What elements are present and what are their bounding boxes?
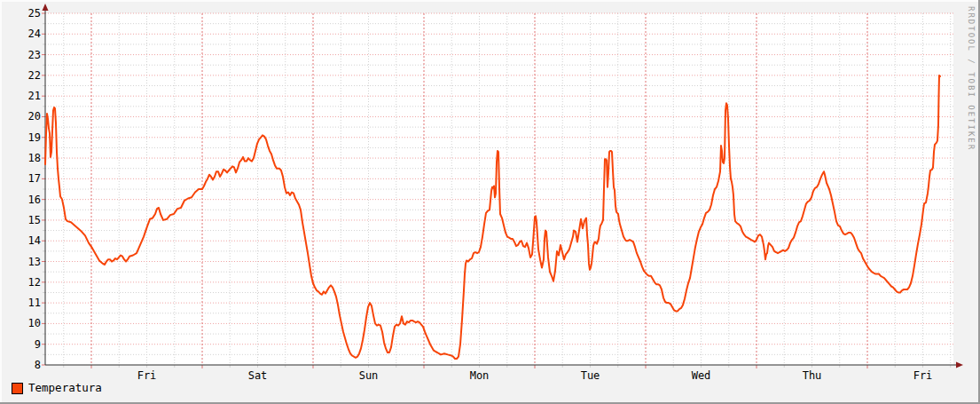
y-axis-label: 12 — [28, 276, 41, 289]
y-axis-label: 21 — [28, 90, 41, 102]
x-axis-label: Thu — [803, 369, 822, 382]
rrdtool-watermark: RRDTOOL / TOBI OETIKER — [967, 6, 976, 151]
y-axis-label: 9 — [35, 338, 41, 351]
x-axis-arrow — [956, 362, 963, 368]
y-axis-arrow — [43, 4, 49, 11]
y-axis-label: 8 — [35, 359, 41, 371]
y-axis-label: 15 — [28, 214, 41, 226]
y-axis-label: 19 — [28, 131, 41, 144]
y-axis-label: 20 — [28, 110, 41, 123]
x-axis-label: Sun — [359, 369, 379, 382]
x-axis-label: Wed — [692, 369, 711, 382]
y-axis-label: 13 — [28, 256, 41, 268]
y-axis-label: 14 — [28, 234, 41, 247]
y-axis-label: 25 — [28, 7, 41, 20]
chart-canvas: 8910111213141516171819202122232425FriSat… — [0, 0, 980, 404]
x-axis-label: Sat — [248, 369, 268, 382]
rrd-graph: 8910111213141516171819202122232425FriSat… — [0, 0, 980, 404]
x-axis-label: Fri — [137, 369, 157, 382]
legend-label: Temperatura — [28, 382, 102, 394]
x-axis-label: Tue — [581, 369, 600, 382]
y-axis-label: 10 — [28, 317, 41, 329]
y-axis-label: 18 — [28, 152, 41, 164]
y-axis-label: 22 — [28, 69, 41, 82]
legend: Temperatura — [12, 382, 102, 394]
x-axis-label: Mon — [470, 369, 490, 382]
y-axis-label: 11 — [28, 297, 41, 309]
y-axis-label: 17 — [28, 172, 41, 185]
legend-swatch-temperatura — [12, 383, 23, 394]
y-axis-label: 16 — [28, 194, 41, 206]
x-axis-label: Fri — [913, 369, 933, 382]
y-axis-label: 23 — [28, 49, 41, 61]
y-axis-label: 24 — [28, 28, 41, 40]
